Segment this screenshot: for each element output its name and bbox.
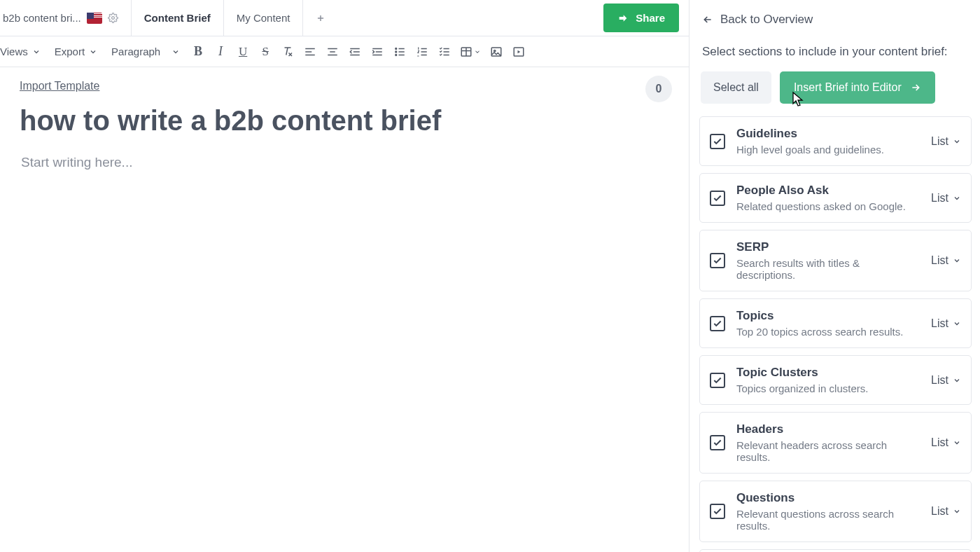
section-desc: High level goals and guidelines. [736,144,920,156]
italic-button[interactable]: I [209,41,232,63]
section-checkbox[interactable] [710,191,725,206]
svg-point-3 [396,54,397,55]
arrow-right-icon [910,82,921,93]
export-dropdown[interactable]: Export [48,36,104,67]
strikethrough-button[interactable]: S [254,41,276,63]
chevron-down-icon [953,194,961,202]
section-card: People Also Ask Related questions asked … [699,173,972,223]
add-tab-button[interactable] [303,0,338,36]
import-template-link[interactable]: Import Template [20,80,99,92]
image-button[interactable] [485,41,507,63]
video-button[interactable] [507,41,530,63]
align-left-button[interactable] [299,41,321,63]
section-mode-label: List [931,135,948,148]
document-title[interactable]: how to write a b2b content brief [20,105,669,137]
us-flag-icon [87,13,102,24]
editor-area: Import Template 0 how to write a b2b con… [0,67,689,552]
section-checkbox[interactable] [710,134,725,149]
section-mode-label: List [931,254,948,267]
chevron-down-icon [953,376,961,385]
table-button[interactable] [456,41,485,63]
section-mode-dropdown[interactable]: List [931,135,961,148]
arrow-left-icon [702,14,713,25]
section-checkbox[interactable] [710,253,725,268]
section-mode-dropdown[interactable]: List [931,505,961,518]
tab-content-brief-label: Content Brief [144,12,211,24]
editor-placeholder[interactable]: Start writing here... [21,155,669,170]
back-label: Back to Overview [720,13,813,27]
select-all-button[interactable]: Select all [701,71,771,104]
clear-format-button[interactable] [276,41,299,63]
tab-content-brief[interactable]: Content Brief [132,0,224,36]
section-desc: Search results with titles & description… [736,257,920,281]
top-tabs: b2b content bri... Content Brief My Cont… [0,0,689,36]
word-count-badge: 0 [645,76,672,102]
chevron-down-icon [32,48,41,56]
section-title: SERP [736,240,920,254]
underline-button[interactable]: U [232,41,254,63]
share-button[interactable]: Share [603,4,679,32]
chevron-down-icon [953,507,961,516]
section-checkbox[interactable] [710,435,725,450]
section-checkbox[interactable] [710,504,725,519]
bullet-list-button[interactable] [388,41,411,63]
chevron-down-icon [953,439,961,447]
section-desc: Related questions asked on Google. [736,200,920,212]
back-to-overview-link[interactable]: Back to Overview [699,13,972,27]
section-desc: Top 20 topics across search results. [736,326,920,338]
numbered-list-button[interactable] [411,41,433,63]
paragraph-dropdown[interactable]: Paragraph [104,36,187,67]
section-mode-dropdown[interactable]: List [931,317,961,330]
editor-toolbar: Views Export Paragraph B I U S [0,36,689,67]
insert-brief-button[interactable]: Insert Brief into Editor [780,71,935,104]
section-title: Topics [736,309,920,323]
section-title: Headers [736,422,920,436]
section-mode-label: List [931,374,948,387]
outdent-button[interactable] [344,41,366,63]
bold-button[interactable]: B [187,41,209,63]
section-desc: Relevant questions across search results… [736,508,920,532]
share-label: Share [636,12,665,24]
insert-brief-label: Insert Brief into Editor [794,81,902,94]
section-title: Guidelines [736,127,920,141]
section-card: Questions Relevant questions across sear… [699,481,972,542]
tab-document[interactable]: b2b content bri... [0,0,132,36]
svg-point-2 [396,51,397,53]
tab-document-label: b2b content bri... [3,12,81,24]
chevron-down-icon [953,137,961,146]
chevron-down-icon [474,48,481,55]
section-mode-dropdown[interactable]: List [931,436,961,449]
section-checkbox[interactable] [710,316,725,331]
section-card: Topics Top 20 topics across search resul… [699,298,972,348]
section-mode-label: List [931,505,948,518]
tab-my-content-label: My Content [237,12,290,24]
section-card: Statistics Factual sentences across sear… [699,549,972,552]
section-title: People Also Ask [736,184,920,198]
svg-point-6 [494,50,496,51]
tab-my-content[interactable]: My Content [224,0,304,36]
section-desc: Topics organized in clusters. [736,382,920,394]
section-desc: Relevant headers across search results. [736,439,920,463]
section-mode-label: List [931,436,948,449]
section-mode-dropdown[interactable]: List [931,254,961,267]
section-checkbox[interactable] [710,373,725,388]
checklist-button[interactable] [433,41,456,63]
chevron-down-icon [953,319,961,328]
indent-button[interactable] [366,41,388,63]
sidebar-prompt: Select sections to include in your conte… [699,45,972,59]
section-card: Topic Clusters Topics organized in clust… [699,355,972,405]
section-mode-dropdown[interactable]: List [931,192,961,205]
section-mode-label: List [931,192,948,205]
section-card: SERP Search results with titles & descri… [699,230,972,291]
section-card: Headers Relevant headers across search r… [699,412,972,474]
chevron-down-icon [89,48,97,56]
section-title: Questions [736,491,920,505]
views-dropdown[interactable]: Views [0,36,48,67]
sections-list: Guidelines High level goals and guidelin… [699,116,972,552]
section-card: Guidelines High level goals and guidelin… [699,116,972,166]
svg-point-0 [111,17,114,20]
section-title: Topic Clusters [736,366,920,380]
gear-icon[interactable] [108,13,118,23]
align-center-button[interactable] [321,41,344,63]
section-mode-dropdown[interactable]: List [931,374,961,387]
